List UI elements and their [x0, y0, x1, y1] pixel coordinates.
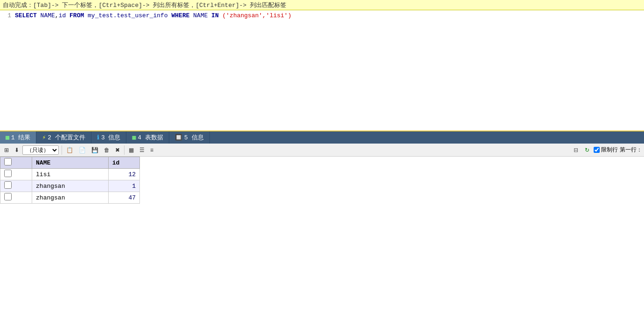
separator-2: [124, 145, 125, 155]
autocomplete-text: 自动完成：[Tab]-> 下一个标签，[Ctrl+Space]-> 列出所有标签…: [3, 1, 286, 9]
toolbar-btn-table-view[interactable]: ▦: [126, 145, 136, 155]
row-checkbox-1[interactable]: [4, 170, 12, 177]
sql-line-1: 1 SELECT NAME,id FROM my_test.test_user_…: [0, 12, 644, 19]
tab-info3-label: 3 信息: [101, 133, 121, 142]
row-cb-1: [0, 169, 32, 180]
table-row: zhangsan 1: [0, 180, 140, 192]
tab-info5-icon: 🔲: [175, 134, 182, 141]
tab-config-icon: ⚡: [42, 134, 46, 141]
toolbar-right: ⊟ ↻ 限制行 第一行：: [571, 145, 642, 155]
tab-tabledata-icon: ▦: [132, 134, 136, 141]
tab-info5-label: 5 信息: [184, 133, 204, 142]
tab-result[interactable]: ▦ 1 结果: [0, 131, 36, 144]
table-header-row: NAME id: [0, 157, 140, 169]
sql-field-id: id: [59, 12, 66, 19]
toolbar-btn-paste[interactable]: 📄: [76, 145, 88, 155]
cell-name-2[interactable]: zhangsan: [32, 180, 109, 192]
limit-label: 限制行: [601, 146, 618, 154]
result-table-body: lisi 12 zhangsan 1 zhangsan 47: [0, 169, 140, 204]
result-table-wrap: NAME id lisi 12 zhangsan 1: [0, 157, 644, 204]
cell-id-2[interactable]: 1: [108, 180, 139, 192]
result-toolbar: ⊞ ⬇ （只读） 可编辑 📋 📄 💾 🗑 ✖ ▦ ☰ ≡ ⊟ ↻ 限制行 第一行…: [0, 144, 644, 157]
result-table: NAME id lisi 12 zhangsan 1: [0, 157, 140, 204]
tab-config-label: 2 个配置文件: [48, 133, 85, 142]
toolbar-btn-export[interactable]: ⬇: [12, 145, 21, 155]
readonly-selector[interactable]: （只读） 可编辑: [22, 145, 59, 155]
table-row: lisi 12: [0, 169, 140, 180]
toolbar-btn-save[interactable]: 💾: [89, 145, 101, 155]
header-checkbox[interactable]: [4, 158, 12, 165]
row-cb-2: [0, 180, 32, 192]
cell-name-3[interactable]: zhangsan: [32, 192, 109, 204]
sql-editor[interactable]: 1 SELECT NAME,id FROM my_test.test_user_…: [0, 10, 644, 131]
tab-tabledata[interactable]: ▦ 4 表数据: [126, 131, 169, 144]
sql-in-values: ('zhangsan','lisi'): [222, 12, 291, 19]
tab-bar: ▦ 1 结果 ⚡ 2 个配置文件 ℹ 3 信息 ▦ 4 表数据 🔲 5 信息: [0, 131, 644, 144]
tab-tabledata-label: 4 表数据: [138, 133, 163, 142]
sql-keyword-select: SELECT: [15, 12, 41, 19]
toolbar-btn-text-view[interactable]: ≡: [148, 145, 156, 155]
sql-keyword-in: IN: [208, 12, 222, 19]
firstrow-label: 第一行：: [620, 146, 642, 154]
tab-result-label: 1 结果: [11, 133, 31, 142]
tab-info5[interactable]: 🔲 5 信息: [169, 131, 210, 144]
table-row: zhangsan 47: [0, 192, 140, 204]
sql-field-name: NAME: [41, 12, 55, 19]
toolbar-btn-row-view[interactable]: ☰: [137, 145, 147, 155]
sql-code: SELECT NAME,id FROM my_test.test_user_in…: [15, 12, 291, 19]
toolbar-btn-refresh[interactable]: ↻: [582, 145, 592, 155]
cell-id-3[interactable]: 47: [108, 192, 139, 204]
toolbar-btn-filter[interactable]: ⊟: [571, 145, 581, 155]
sql-comma1: ,: [55, 12, 59, 19]
cell-name-1[interactable]: lisi: [32, 169, 109, 180]
autocomplete-bar: 自动完成：[Tab]-> 下一个标签，[Ctrl+Space]-> 列出所有标签…: [0, 0, 644, 10]
toolbar-btn-grid[interactable]: ⊞: [2, 145, 11, 155]
tab-result-icon: ▦: [6, 134, 9, 141]
col-header-name[interactable]: NAME: [32, 157, 109, 169]
tab-info3[interactable]: ℹ 3 信息: [91, 131, 127, 144]
row-checkbox-3[interactable]: [4, 193, 12, 200]
tab-info3-icon: ℹ: [97, 134, 99, 141]
sql-keyword-where: WHERE: [168, 12, 194, 19]
toolbar-btn-copy[interactable]: 📋: [64, 145, 76, 155]
limit-checkbox[interactable]: [594, 147, 600, 153]
tab-config[interactable]: ⚡ 2 个配置文件: [36, 131, 91, 144]
toolbar-btn-delete[interactable]: 🗑: [102, 145, 112, 155]
line-number-1: 1: [2, 12, 11, 19]
limit-checkbox-label[interactable]: 限制行: [594, 146, 618, 154]
col-header-id[interactable]: id: [108, 157, 139, 169]
cell-id-1[interactable]: 12: [108, 169, 139, 180]
toolbar-btn-clear[interactable]: ✖: [113, 145, 122, 155]
header-checkbox-cell: [0, 157, 32, 169]
separator-1: [62, 145, 62, 155]
row-checkbox-2[interactable]: [4, 181, 12, 189]
sql-field-name2: NAME: [193, 12, 208, 19]
sql-keyword-from: FROM: [66, 12, 88, 19]
row-cb-3: [0, 192, 32, 204]
sql-table-name: my_test.test_user_info: [88, 12, 168, 19]
